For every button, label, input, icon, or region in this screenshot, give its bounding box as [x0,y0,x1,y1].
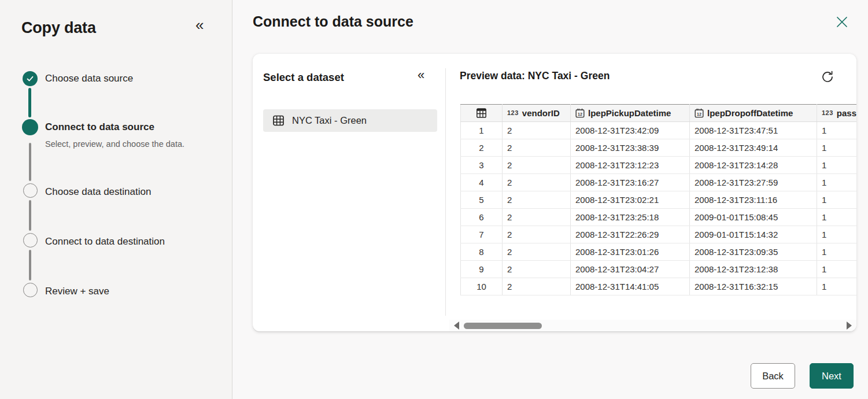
column-header-lpeppickupdatetime: 12 lpepPickupDatetime [571,105,690,122]
step-connector [29,143,31,181]
scroll-right-icon[interactable] [847,322,852,330]
table-row: 222008-12-31T23:38:392008-12-31T23:49:14… [461,139,857,157]
table-row: 1022008-12-31T14:41:052008-12-31T16:32:1… [461,278,857,295]
sidebar-step-connect-to-data-source[interactable]: Connect to data source [45,121,154,133]
preview-table: 123vendorID 12 lpepPickupDatetime [460,104,856,295]
table-row: 122008-12-31T23:42:092008-12-31T23:47:51… [461,122,857,139]
horizontal-scrollbar[interactable] [449,320,856,331]
sidebar-collapse-icon[interactable]: « [195,17,204,32]
table-row: 522008-12-31T23:02:212008-12-31T23:11:16… [461,191,857,209]
refresh-icon [821,70,834,84]
table-row: 822008-12-31T23:01:262008-12-31T23:09:35… [461,243,857,261]
table-grid-icon [476,108,487,119]
sidebar-step-choose-data-source[interactable]: Choose data source [45,73,133,84]
column-header-passenger: 123pass [817,105,857,122]
next-button[interactable]: Next [810,363,854,389]
number-type-icon: 123 [822,109,833,116]
row-index-header [461,105,503,122]
close-icon [836,16,848,28]
back-button[interactable]: Back [751,363,795,389]
dataset-panel-title: Select a dataset [263,71,344,84]
svg-text:12: 12 [697,112,701,116]
table-row: 722008-12-31T22:26:292009-01-01T15:14:32… [461,226,857,243]
table-header-row: 123vendorID 12 lpepPickupDatetime [461,105,857,122]
preview-title: Preview data: NYC Taxi - Green [460,70,610,82]
dataset-panel-collapse-icon[interactable]: « [418,68,424,83]
step-indicator-upcoming [23,233,38,247]
step-connector [29,200,31,231]
step-description: Select, preview, and choose the data. [45,139,184,149]
calendar-type-icon: 12 [575,108,585,118]
sidebar-step-connect-to-data-destination[interactable]: Connect to data destination [45,236,165,247]
panel-divider [445,68,446,316]
number-type-icon: 123 [507,109,519,116]
step-connector [28,88,31,117]
table-row: 322008-12-31T23:12:232008-12-31T23:14:28… [461,157,857,174]
table-row: 622008-12-31T23:25:182009-01-01T15:08:45… [461,209,857,226]
column-header-vendorid: 123vendorID [503,105,571,122]
table-row: 922008-12-31T23:04:272008-12-31T23:12:38… [461,261,857,278]
scrollbar-thumb[interactable] [464,323,542,329]
wizard-title: Copy data [21,19,96,37]
step-indicator-upcoming [23,183,38,198]
table-icon [272,114,285,127]
step-indicator-upcoming [23,283,38,297]
dataset-item-nyc-taxi-green[interactable]: NYC Taxi - Green [263,109,437,132]
step-indicator-completed [23,71,38,86]
step-connector [29,250,31,280]
svg-text:12: 12 [578,112,582,116]
wizard-sidebar: Copy data « Choose data source Connect t… [0,0,232,399]
connect-data-source-card: Select a dataset « NYC Taxi - Green Prev… [253,54,856,331]
step-indicator-current [22,119,38,135]
checkmark-icon [26,75,34,83]
scroll-left-icon[interactable] [454,322,459,330]
close-button[interactable] [833,13,851,31]
column-header-lpepdropoffdatetime: 12 lpepDropoffDatetime [690,105,817,122]
sidebar-step-review-save[interactable]: Review + save [45,286,109,297]
dataset-item-label: NYC Taxi - Green [292,115,367,126]
table-row: 422008-12-31T23:16:272008-12-31T23:27:59… [461,174,857,191]
refresh-button[interactable] [819,69,836,85]
calendar-type-icon: 12 [695,108,704,118]
sidebar-step-choose-data-destination[interactable]: Choose data destination [45,186,151,198]
page-title: Connect to data source [253,13,413,30]
